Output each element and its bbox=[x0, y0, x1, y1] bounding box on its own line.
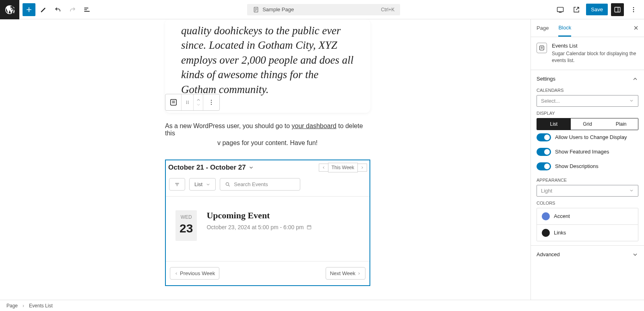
advanced-section[interactable]: Advanced bbox=[537, 250, 638, 259]
breadcrumb: Page › Events List bbox=[0, 300, 644, 311]
event-meta: October 23, 2024 at 5:00 pm - 6:00 pm bbox=[206, 224, 312, 230]
tab-page[interactable]: Page bbox=[537, 20, 549, 36]
drag-handle-icon[interactable] bbox=[182, 94, 194, 110]
tools-icon[interactable] bbox=[37, 3, 50, 16]
svg-point-10 bbox=[186, 102, 187, 103]
svg-point-5 bbox=[633, 11, 634, 12]
svg-point-17 bbox=[211, 104, 212, 105]
this-week-button[interactable]: This Week bbox=[328, 163, 358, 172]
body-paragraph: As a new WordPress user, you should go t… bbox=[165, 122, 370, 137]
svg-point-16 bbox=[211, 102, 212, 103]
page-icon bbox=[253, 6, 259, 13]
svg-point-4 bbox=[633, 9, 634, 10]
quote-text: quality doohickeys to the public ever si… bbox=[181, 23, 354, 97]
chevron-up-icon bbox=[632, 76, 638, 82]
calendar-icon bbox=[306, 224, 312, 230]
appearance-label: APPEARANCE bbox=[537, 178, 638, 182]
event-date-badge: WED 23 bbox=[175, 210, 197, 241]
options-icon[interactable] bbox=[627, 3, 640, 16]
svg-rect-18 bbox=[540, 46, 544, 50]
document-title[interactable]: Sample Page Ctrl+K bbox=[247, 4, 400, 15]
shortcut-hint: Ctrl+K bbox=[381, 7, 394, 12]
colors-label: COLORS bbox=[537, 201, 638, 205]
previous-week-button[interactable]: Previous Week bbox=[170, 267, 219, 280]
settings-sidebar: Page Block × Events List Sugar Calendar … bbox=[530, 19, 644, 300]
chevron-down-icon bbox=[195, 102, 202, 107]
undo-button[interactable] bbox=[52, 3, 64, 16]
svg-rect-8 bbox=[170, 100, 176, 106]
display-segmented: List Grid Plain bbox=[537, 118, 638, 130]
block-icon bbox=[537, 43, 547, 53]
add-block-button[interactable] bbox=[23, 3, 35, 16]
color-accent[interactable]: Accent bbox=[537, 208, 638, 225]
svg-point-6 bbox=[226, 182, 229, 185]
block-name: Events List bbox=[552, 43, 638, 49]
appearance-select[interactable]: Light bbox=[537, 185, 638, 197]
chevron-down-icon[interactable] bbox=[248, 165, 254, 170]
tab-block[interactable]: Block bbox=[558, 20, 571, 37]
color-links[interactable]: Links bbox=[537, 225, 638, 241]
search-icon bbox=[225, 182, 231, 187]
svg-point-15 bbox=[211, 100, 212, 101]
top-toolbar: Sample Page Ctrl+K Save bbox=[0, 0, 644, 19]
display-list[interactable]: List bbox=[537, 118, 571, 130]
event-row: WED 23 Upcoming Event October 23, 2024 a… bbox=[166, 197, 369, 261]
svg-rect-1 bbox=[557, 7, 564, 12]
settings-panel-toggle[interactable] bbox=[611, 3, 624, 16]
dashboard-link[interactable]: your dashboard bbox=[292, 122, 336, 129]
svg-point-13 bbox=[188, 102, 188, 103]
list-view-button[interactable] bbox=[80, 3, 93, 16]
calendars-select[interactable]: Select... bbox=[537, 95, 638, 107]
prev-week-arrow[interactable] bbox=[319, 164, 328, 172]
breadcrumb-separator: › bbox=[23, 303, 24, 309]
event-title: Upcoming Event bbox=[206, 210, 312, 221]
display-grid[interactable]: Grid bbox=[571, 118, 605, 130]
next-week-button[interactable]: Next Week bbox=[326, 267, 365, 280]
move-arrows[interactable] bbox=[194, 94, 203, 110]
display-plain[interactable]: Plain bbox=[604, 118, 638, 130]
events-list-block[interactable]: October 21 - October 27 This Week bbox=[165, 160, 370, 286]
breadcrumb-block[interactable]: Events List bbox=[29, 303, 53, 309]
preview-icon[interactable] bbox=[570, 3, 583, 16]
view-icon[interactable] bbox=[554, 3, 567, 16]
redo-button[interactable] bbox=[66, 3, 79, 16]
doc-title-text: Sample Page bbox=[262, 6, 294, 12]
block-options-icon[interactable] bbox=[203, 94, 219, 110]
block-toolbar bbox=[165, 94, 220, 111]
svg-point-9 bbox=[186, 101, 187, 102]
search-events-input[interactable]: Search Events bbox=[220, 178, 300, 191]
chevron-up-icon bbox=[195, 97, 202, 102]
svg-rect-2 bbox=[615, 7, 620, 12]
svg-point-12 bbox=[188, 101, 188, 102]
block-description: Sugar Calendar block for displaying the … bbox=[552, 50, 638, 64]
date-range: October 21 - October 27 bbox=[168, 164, 246, 172]
close-sidebar-icon[interactable]: × bbox=[634, 23, 638, 33]
block-type-icon[interactable] bbox=[165, 94, 182, 110]
view-dropdown[interactable]: List bbox=[189, 178, 216, 191]
svg-point-3 bbox=[633, 7, 634, 8]
filter-button[interactable] bbox=[169, 178, 185, 191]
svg-point-14 bbox=[188, 103, 188, 104]
wordpress-logo[interactable] bbox=[0, 0, 19, 19]
display-label: DISPLAY bbox=[537, 111, 638, 116]
save-button[interactable]: Save bbox=[586, 4, 608, 15]
calendars-label: CALENDARS bbox=[537, 88, 638, 93]
svg-rect-7 bbox=[307, 226, 311, 229]
settings-section[interactable]: Settings bbox=[537, 74, 638, 84]
next-week-arrow[interactable] bbox=[357, 164, 367, 172]
svg-point-11 bbox=[186, 103, 187, 104]
chevron-down-icon bbox=[632, 251, 638, 258]
breadcrumb-page[interactable]: Page bbox=[6, 303, 18, 309]
toggle-featured-images[interactable] bbox=[537, 148, 551, 156]
toggle-change-display[interactable] bbox=[537, 133, 551, 141]
toggle-descriptions[interactable] bbox=[537, 162, 551, 170]
editor-canvas[interactable]: quality doohickeys to the public ever si… bbox=[0, 19, 530, 300]
body-paragraph-2: v pages for your content. Have fun! bbox=[165, 139, 370, 147]
